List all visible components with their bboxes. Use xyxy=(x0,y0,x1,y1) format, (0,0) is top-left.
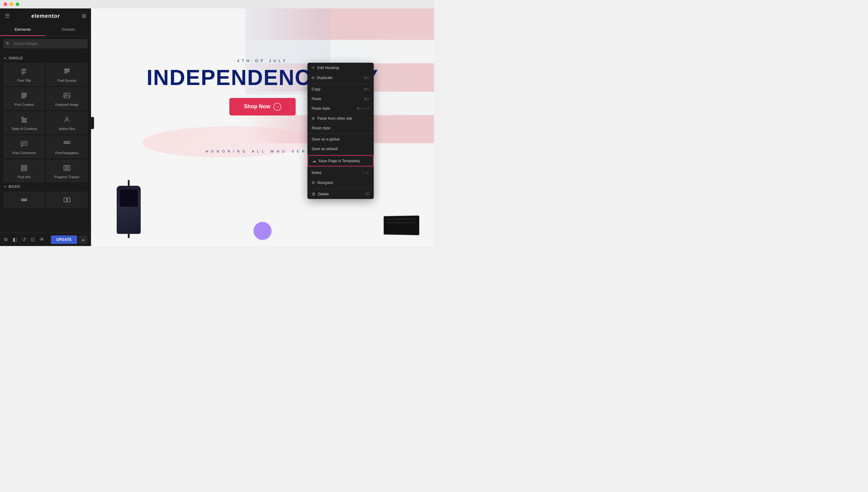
svg-point-20 xyxy=(66,117,68,120)
featured-image-icon xyxy=(63,92,71,100)
wallet-product-image xyxy=(383,216,419,243)
trash-icon: 🗑 xyxy=(312,192,315,196)
ctx-reset-style[interactable]: Reset style xyxy=(307,123,374,133)
post-navigation-icon xyxy=(63,140,71,149)
ctx-save-templately-left: ☁ Save Page in Templately xyxy=(312,158,360,163)
tab-globals[interactable]: Globals xyxy=(46,24,91,36)
ctx-save-global[interactable]: Save as a global xyxy=(307,134,374,144)
svg-rect-3 xyxy=(21,74,24,74)
paste-other-icon: ⊕ xyxy=(312,116,315,121)
ctx-copy[interactable]: Copy ⌘C xyxy=(307,84,374,94)
sidebar-collapse-handle[interactable]: ‹ xyxy=(90,117,94,129)
widget-post-content[interactable]: Post Content xyxy=(4,88,45,110)
ctx-paste-left: Paste xyxy=(312,97,321,101)
widget-post-info[interactable]: Post Info xyxy=(4,160,45,182)
chevron-down-icon-basic: ▼ xyxy=(4,185,7,189)
ctx-paste-style[interactable]: Paste style ⌘+⇧+V xyxy=(307,104,374,113)
bottom-icons: ⚙ ◧ ↺ ⊡ 👁 xyxy=(4,237,44,242)
watch-product-image xyxy=(109,186,148,246)
svg-rect-2 xyxy=(21,72,26,73)
widget-post-excerpt[interactable]: Post Excerpt xyxy=(46,63,87,85)
ctx-save-default-label: Save as default xyxy=(312,147,337,151)
ctx-edit-heading[interactable]: ✏ Edit Heading xyxy=(307,63,374,73)
svg-rect-18 xyxy=(22,121,27,121)
widget-post-content-label: Post Content xyxy=(15,103,34,106)
post-title-icon xyxy=(21,68,28,76)
section-single-header: ▼ Single xyxy=(4,56,87,60)
ctx-delete-shortcut: ⌫ xyxy=(365,192,370,196)
context-menu: ✏ Edit Heading ⧉ Duplicate ⌘D xyxy=(307,63,374,199)
widget-post-navigation[interactable]: Post Navigation xyxy=(46,136,87,158)
widget-progress-tracker[interactable]: Progress Tracker xyxy=(46,160,87,182)
settings-icon[interactable]: ⚙ xyxy=(4,237,8,242)
ctx-navigator[interactable]: ⊞ Navigator xyxy=(307,177,374,188)
ctx-save-default-left: Save as default xyxy=(312,147,337,151)
basic-1-icon xyxy=(21,196,28,205)
ctx-duplicate-left: ⧉ Duplicate xyxy=(312,75,332,80)
ctx-copy-shortcut: ⌘C xyxy=(363,88,369,91)
ctx-notes[interactable]: Notes ⇧+C xyxy=(307,168,374,177)
shop-button[interactable]: Shop Now → xyxy=(229,98,296,116)
maximize-button[interactable] xyxy=(16,2,19,6)
search-input[interactable] xyxy=(4,39,87,48)
ctx-paste-style-left: Paste style xyxy=(312,106,330,110)
basic-2-icon xyxy=(63,196,71,205)
ctx-delete-label: Delete xyxy=(318,192,329,196)
close-button[interactable] xyxy=(4,2,7,6)
svg-rect-34 xyxy=(67,198,70,202)
widget-post-comments[interactable]: Post Comments xyxy=(4,136,45,158)
ctx-delete[interactable]: 🗑 Delete ⌫ xyxy=(307,189,374,199)
ctx-save-templately[interactable]: ☁ Save Page in Templately xyxy=(307,155,374,166)
widget-featured-image[interactable]: Featured Image xyxy=(46,88,87,110)
post-info-icon xyxy=(21,164,28,173)
minimize-button[interactable] xyxy=(10,2,13,6)
layers-icon[interactable]: ◧ xyxy=(12,237,17,242)
svg-point-14 xyxy=(65,94,66,95)
ctx-copy-left: Copy xyxy=(312,87,321,91)
svg-rect-6 xyxy=(64,71,70,72)
update-arrow-button[interactable]: ▲ xyxy=(79,236,87,244)
sidebar: ☰ elementor ⊞ Elements Globals ▼ Single xyxy=(0,8,91,246)
widget-post-title[interactable]: Post Title xyxy=(4,63,45,85)
widget-post-navigation-label: Post Navigation xyxy=(55,151,78,155)
edit-icon: ✏ xyxy=(312,66,315,70)
ctx-notes-shortcut: ⇧+C xyxy=(362,171,369,175)
sidebar-content: ▼ Single Post Title xyxy=(0,51,91,233)
tab-elements[interactable]: Elements xyxy=(0,24,46,36)
ctx-edit-heading-left: ✏ Edit Heading xyxy=(312,66,339,70)
svg-rect-10 xyxy=(21,95,27,96)
widget-toc[interactable]: Table of Contents xyxy=(4,112,45,134)
ctx-navigator-left: ⊞ Navigator xyxy=(312,180,334,185)
svg-rect-19 xyxy=(21,122,27,122)
hero-subtitle: 4TH OF JULY xyxy=(237,58,288,63)
widget-toc-label: Table of Contents xyxy=(11,127,37,130)
widget-post-excerpt-label: Post Excerpt xyxy=(57,79,76,82)
section-single-label: Single xyxy=(8,56,23,60)
ctx-paste-other[interactable]: ⊕ Paste from other site xyxy=(307,113,374,123)
ctx-paste-other-left: ⊕ Paste from other site xyxy=(312,116,352,121)
ctx-copy-label: Copy xyxy=(312,87,321,91)
widget-post-comments-label: Post Comments xyxy=(12,151,36,155)
hero-section: 4TH OF JULY INDEPENDENCE DAY Shop Now → … xyxy=(91,8,434,165)
widget-author-box-label: Author Box xyxy=(59,127,75,130)
widget-author-box[interactable]: Author Box xyxy=(46,112,87,134)
responsive-icon[interactable]: ⊡ xyxy=(31,237,35,242)
history-icon[interactable]: ↺ xyxy=(22,237,26,242)
svg-rect-25 xyxy=(21,165,27,167)
menu-icon[interactable]: ☰ xyxy=(5,13,10,19)
section-basic-label: Basic xyxy=(8,184,21,189)
chevron-down-icon: ▼ xyxy=(4,57,7,60)
canvas: 4TH OF JULY INDEPENDENCE DAY Shop Now → … xyxy=(91,8,434,246)
update-button[interactable]: UPDATE xyxy=(51,236,77,244)
eye-icon[interactable]: 👁 xyxy=(40,237,44,242)
ctx-navigator-label: Navigator xyxy=(317,180,334,185)
ctx-duplicate-shortcut: ⌘D xyxy=(363,76,369,80)
ctx-duplicate[interactable]: ⧉ Duplicate ⌘D xyxy=(307,73,374,83)
widget-basic-2[interactable] xyxy=(46,192,87,208)
widget-basic-1[interactable] xyxy=(4,192,45,208)
ctx-save-default[interactable]: Save as default xyxy=(307,144,374,154)
ctx-paste[interactable]: Paste ⌘V xyxy=(307,94,374,104)
ctx-notes-left: Notes xyxy=(312,171,322,175)
svg-rect-12 xyxy=(21,98,25,98)
grid-icon[interactable]: ⊞ xyxy=(82,13,86,19)
